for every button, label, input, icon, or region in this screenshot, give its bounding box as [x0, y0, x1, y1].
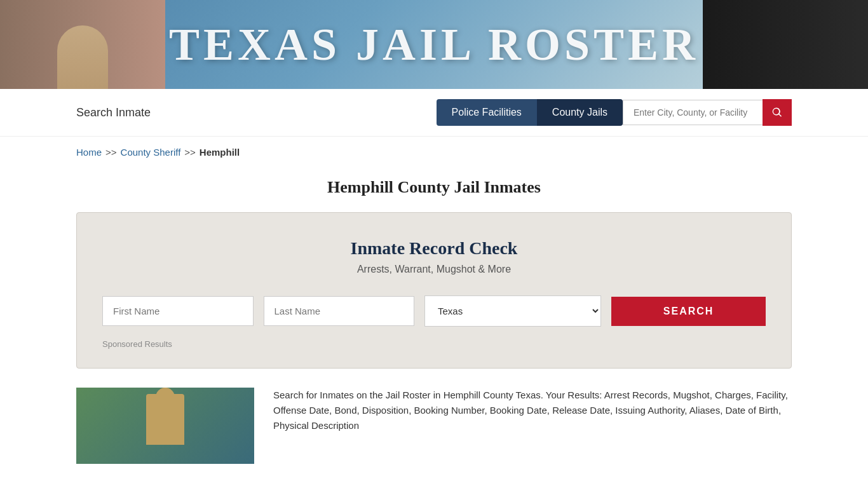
record-check-box: Inmate Record Check Arrests, Warrant, Mu… [76, 212, 792, 369]
header-banner: Texas Jail Roster [0, 0, 868, 89]
county-image [76, 388, 254, 464]
navbar: Search Inmate Police Facilities County J… [0, 89, 868, 137]
first-name-input[interactable] [102, 296, 254, 326]
county-jails-button[interactable]: County Jails [537, 99, 623, 126]
search-icon [771, 107, 783, 118]
record-search-button[interactable]: SEARCH [611, 297, 766, 326]
breadcrumb-separator-2: >> [184, 147, 196, 158]
breadcrumb-county-sheriff-link[interactable]: County Sheriff [121, 147, 181, 158]
last-name-input[interactable] [264, 296, 415, 326]
sponsored-label: Sponsored Results [102, 339, 766, 349]
site-title: Texas Jail Roster [169, 18, 699, 71]
record-check-subtitle: Arrests, Warrant, Mugshot & More [102, 264, 766, 275]
breadcrumb-home-link[interactable]: Home [76, 147, 102, 158]
navbar-right-controls: Police Facilities County Jails [437, 99, 792, 126]
record-check-title: Inmate Record Check [102, 238, 766, 259]
search-inmate-label: Search Inmate [76, 106, 151, 119]
banner-left-decoration [0, 0, 165, 89]
breadcrumb-current-page: Hemphill [200, 147, 240, 158]
facility-search-button[interactable] [763, 99, 792, 126]
page-title: Hemphill County Jail Inmates [0, 178, 868, 197]
state-select[interactable]: AlabamaAlaskaArizonaArkansasCaliforniaCo… [424, 295, 601, 327]
breadcrumb-separator-1: >> [105, 147, 117, 158]
page-title-section: Hemphill County Jail Inmates [0, 168, 868, 212]
bottom-section: Search for Inmates on the Jail Roster in… [76, 388, 792, 464]
facility-search-input[interactable] [623, 100, 763, 125]
police-facilities-button[interactable]: Police Facilities [437, 99, 537, 126]
record-check-form: AlabamaAlaskaArizonaArkansasCaliforniaCo… [102, 295, 766, 327]
banner-right-decoration [703, 0, 868, 89]
breadcrumb: Home >> County Sheriff >> Hemphill [0, 137, 868, 168]
bottom-description: Search for Inmates on the Jail Roster in… [273, 388, 792, 464]
